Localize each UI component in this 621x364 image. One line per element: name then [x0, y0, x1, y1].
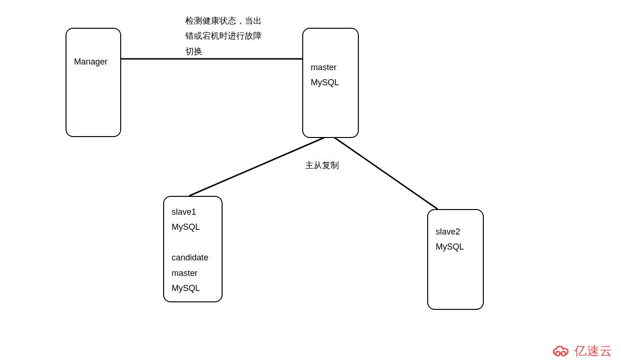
- label-healthcheck: 检测健康状态，当出 错或宕机时进行故障 切换: [185, 13, 262, 59]
- node-slave1-line5: MySQL: [172, 281, 214, 296]
- node-master: master MySQL: [302, 28, 359, 138]
- node-slave2-line1: slave2: [436, 224, 475, 239]
- node-master-line2: MySQL: [311, 75, 350, 90]
- watermark: 亿速云: [551, 343, 613, 359]
- watermark-text: 亿速云: [574, 343, 613, 359]
- label-replication: 主从复制: [305, 158, 339, 173]
- node-slave2: slave2 MySQL: [427, 209, 484, 310]
- cloud-icon: [551, 344, 571, 358]
- node-manager-line1: Manager: [74, 54, 113, 69]
- label-healthcheck-line1: 检测健康状态，当出: [185, 13, 262, 28]
- edge-master-slave1: [189, 138, 324, 196]
- diagram-canvas: Manager master MySQL slave1 MySQL candid…: [0, 0, 621, 364]
- node-slave1-line3: [172, 235, 214, 250]
- node-slave1-line2: MySQL: [172, 219, 214, 235]
- label-healthcheck-line2: 错或宕机时进行故障: [185, 28, 262, 43]
- node-manager: Manager: [66, 28, 121, 137]
- edge-master-slave2: [334, 138, 438, 209]
- node-slave1-line1: slave1: [172, 204, 214, 219]
- node-slave1: slave1 MySQL candidate master MySQL: [163, 196, 223, 302]
- label-healthcheck-line3: 切换: [185, 44, 262, 59]
- node-slave1-line4: candidate master: [172, 250, 214, 281]
- node-slave2-line2: MySQL: [436, 239, 475, 254]
- node-master-line1: master: [311, 60, 350, 75]
